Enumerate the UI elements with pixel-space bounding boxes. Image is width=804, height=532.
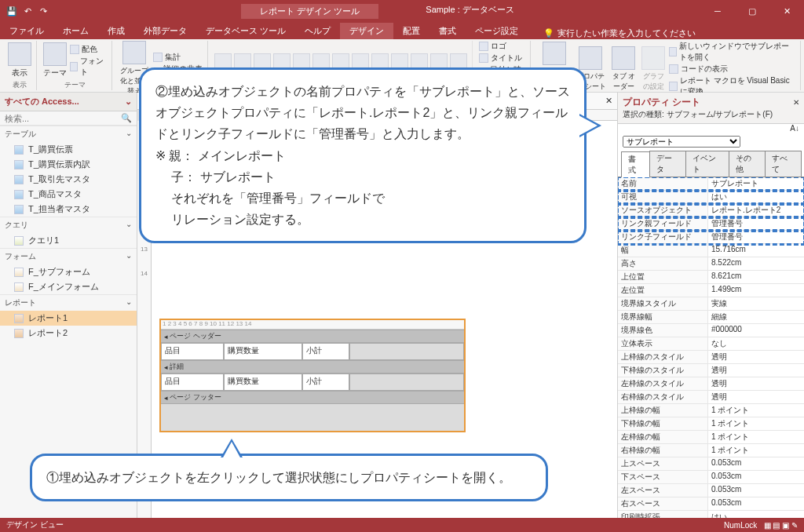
logo-button[interactable]: ロゴ	[479, 41, 525, 52]
property-object-select[interactable]: サブレポート	[623, 136, 740, 148]
nav-item[interactable]: T_商品マスタ	[0, 187, 137, 202]
header-cell: 品目	[161, 343, 224, 360]
nav-cat-queries[interactable]: クエリ⌄	[0, 217, 137, 233]
property-row[interactable]: 右枠線の幅1 ポイント	[618, 444, 804, 457]
property-row[interactable]: 左枠線の幅1 ポイント	[618, 431, 804, 444]
form-icon	[14, 268, 24, 277]
callout-1: ①埋め込みオブジェクトを左クリックして選択状態にしプロパティシートを開く。	[30, 454, 548, 501]
ribbon-tab-7[interactable]: 配置	[393, 23, 429, 39]
open-sub-newwin-button[interactable]: 新しいウィンドウでサブレポートを開く	[669, 41, 795, 63]
property-row[interactable]: 左枠線のスタイル透明	[618, 377, 804, 391]
property-grid[interactable]: 名前サブレポート可視はいソースオブジェクトレポート.レポート2リンク親フィールド…	[618, 177, 804, 518]
tab-order-button[interactable]: タブ オーダー	[609, 46, 638, 92]
property-row[interactable]: 可視はい	[618, 191, 804, 204]
property-row[interactable]: 上枠線の幅1 ポイント	[618, 404, 804, 417]
property-row[interactable]: リンク子フィールド管理番号	[618, 231, 804, 244]
property-row[interactable]: 下スペース0.053cm	[618, 471, 804, 484]
ribbon-tab-9[interactable]: ページ設定	[466, 23, 528, 39]
subreport-control[interactable]: 1 2 3 4 5 6 7 8 9 10 11 12 13 14 ◂ページ ヘッ…	[159, 319, 466, 432]
ribbon-tab-1[interactable]: ホーム	[53, 23, 98, 39]
view-icon[interactable]: ▦	[764, 521, 771, 530]
property-tab[interactable]: イベント	[685, 151, 729, 177]
property-row[interactable]: 上スペース0.053cm	[618, 457, 804, 471]
property-row[interactable]: 境界線色#000000	[618, 324, 804, 337]
ribbon-tab-0[interactable]: ファイル	[0, 23, 53, 39]
property-row[interactable]: 印刷時拡張はい	[618, 511, 804, 518]
property-row[interactable]: 左スペース0.053cm	[618, 484, 804, 497]
report-icon	[14, 329, 24, 338]
property-tab[interactable]: その他	[729, 151, 766, 177]
ribbon-tab-2[interactable]: 作成	[98, 23, 134, 39]
property-row[interactable]: 左位置1.499cm	[618, 284, 804, 297]
close-tab-icon[interactable]: ✕	[601, 96, 617, 106]
view-button[interactable]: 表示	[8, 42, 31, 78]
view-code-button[interactable]: コードの表示	[669, 64, 795, 75]
nav-item[interactable]: F_サブフォーム	[0, 264, 137, 279]
view-icon[interactable]: ✎	[791, 521, 798, 530]
property-row[interactable]: 高さ8.522cm	[618, 257, 804, 271]
close-button[interactable]: ✕	[769, 0, 804, 22]
nav-item[interactable]: クエリ1	[0, 233, 137, 248]
nav-item[interactable]: T_取引先マスタ	[0, 172, 137, 187]
table-icon	[14, 160, 24, 169]
property-row[interactable]: 境界線幅細線	[618, 311, 804, 324]
property-row[interactable]: 右スペース0.053cm	[618, 497, 804, 511]
property-row[interactable]: 上枠線のスタイル透明	[618, 351, 804, 364]
property-row[interactable]: リンク親フィールド管理番号	[618, 217, 804, 231]
property-row[interactable]: ソースオブジェクトレポート.レポート2	[618, 204, 804, 217]
property-row[interactable]: 名前サブレポート	[618, 177, 804, 191]
redo-icon[interactable]: ↷	[38, 5, 49, 16]
header-cell: 購買数量	[224, 343, 302, 360]
window-title: Sample : データベース	[426, 4, 513, 19]
nav-item[interactable]: レポート2	[0, 326, 137, 341]
ribbon-tab-5[interactable]: ヘルプ	[295, 23, 340, 39]
title-bar: 💾 ↶ ↷ レポート デザイン ツール Sample : データベース ─ ▢ …	[0, 0, 804, 22]
table-icon	[14, 145, 24, 155]
nav-item[interactable]: T_担当者マスタ	[0, 202, 137, 217]
detail-cell: 購買数量	[224, 373, 302, 391]
nav-search[interactable]: 🔍	[0, 111, 137, 126]
view-icon[interactable]: ▤	[773, 521, 780, 530]
nav-item[interactable]: レポート1	[0, 311, 137, 326]
nav-cat-forms[interactable]: フォーム⌄	[0, 248, 137, 264]
property-row[interactable]: 立体表示なし	[618, 337, 804, 351]
ribbon-tab-4[interactable]: データベース ツール	[196, 23, 295, 39]
nav-item[interactable]: T_購買伝票	[0, 142, 137, 157]
totals-button[interactable]: 集計	[153, 52, 203, 63]
page-footer-section: ◂ページ フッター	[161, 391, 464, 404]
property-row[interactable]: 右枠線のスタイル透明	[618, 391, 804, 404]
save-icon[interactable]: 💾	[6, 5, 17, 16]
colors-button[interactable]: 配色	[70, 44, 107, 55]
status-bar: デザイン ビュー NumLock ▦ ▤ ▣ ✎	[0, 518, 804, 532]
nav-item[interactable]: T_購買伝票内訳	[0, 157, 137, 172]
ribbon-tabs: ファイルホーム作成外部データデータベース ツールヘルプデザイン配置書式ページ設定…	[0, 22, 804, 39]
themes-button[interactable]: テーマ	[43, 42, 67, 78]
property-tab[interactable]: 書式	[621, 151, 650, 177]
nav-cat-tables[interactable]: テーブル⌄	[0, 126, 137, 142]
close-icon[interactable]: ✕	[793, 98, 799, 107]
nav-item[interactable]: F_メインフォーム	[0, 279, 137, 294]
property-row[interactable]: 下枠線の幅1 ポイント	[618, 417, 804, 431]
property-row[interactable]: 境界線スタイル実線	[618, 297, 804, 311]
property-row[interactable]: 上位置8.621cm	[618, 271, 804, 284]
sort-icon[interactable]: A↓	[790, 124, 799, 133]
chart-settings-button[interactable]: グラフの設定	[641, 46, 666, 92]
title-button[interactable]: タイトル	[479, 53, 525, 64]
property-tabs: 書式データイベントその他すべて	[618, 151, 804, 177]
ribbon-tab-6[interactable]: デザイン	[340, 23, 393, 39]
property-tab[interactable]: データ	[649, 151, 686, 177]
minimize-button[interactable]: ─	[700, 0, 735, 22]
property-tab[interactable]: すべて	[765, 151, 802, 177]
property-row[interactable]: 幅15.716cm	[618, 244, 804, 257]
search-input[interactable]	[5, 114, 121, 123]
ribbon-tab-3[interactable]: 外部データ	[134, 23, 196, 39]
nav-cat-reports[interactable]: レポート⌄	[0, 294, 137, 311]
ribbon-tab-8[interactable]: 書式	[429, 23, 466, 39]
view-icon[interactable]: ▣	[782, 521, 789, 530]
property-row[interactable]: 下枠線のスタイル透明	[618, 364, 804, 377]
undo-icon[interactable]: ↶	[22, 5, 33, 16]
nav-header[interactable]: すべての Access...⌄	[0, 93, 137, 111]
fonts-button[interactable]: フォント	[70, 56, 107, 78]
maximize-button[interactable]: ▢	[735, 0, 769, 22]
query-icon	[14, 236, 24, 246]
